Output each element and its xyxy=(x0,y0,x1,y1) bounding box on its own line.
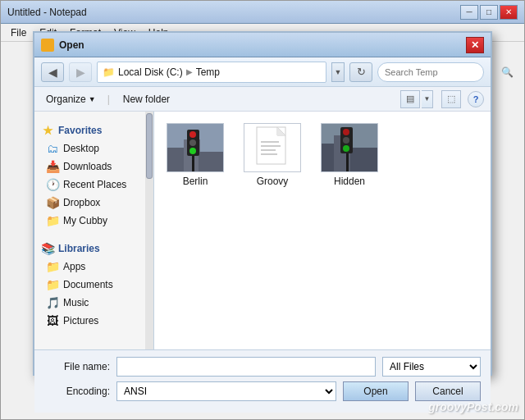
dialog-title: Open xyxy=(59,39,466,51)
star-icon: ★ xyxy=(41,124,54,137)
back-button[interactable]: ◀ xyxy=(41,62,64,82)
folder-icon: 🗂 xyxy=(46,142,59,155)
filename-label: File name: xyxy=(44,361,110,372)
groovy-label: Groovy xyxy=(257,176,289,187)
sidebar-apps-label: Apps xyxy=(63,261,85,272)
file-area: Berlin xyxy=(154,112,491,349)
filename-row: File name: All Files Text Files (*.txt) xyxy=(44,357,481,377)
sidebar-item-music[interactable]: 🎵 Music xyxy=(34,294,145,312)
libraries-section: 📚 Libraries 📁 Apps 📁 Documents 🎵 Music xyxy=(34,233,145,333)
search-box[interactable]: 🔍 xyxy=(377,62,484,82)
sidebar-item-downloads[interactable]: 📥 Downloads xyxy=(34,158,145,176)
sidebar-music-label: Music xyxy=(63,297,89,308)
forward-button[interactable]: ▶ xyxy=(69,62,92,82)
view-dropdown-button[interactable]: ▼ xyxy=(422,90,433,108)
encoding-select[interactable]: ANSI UTF-8 Unicode xyxy=(116,381,336,401)
navigation-toolbar: ◀ ▶ 📁 Local Disk (C:) ▶ Temp ▼ ↻ 🔍 xyxy=(34,57,491,87)
notepad-titlebar: Untitled - Notepad ─ □ ✕ xyxy=(1,1,524,24)
view-icon-button[interactable]: ▤ xyxy=(400,90,420,108)
sidebar-scrollbar[interactable] xyxy=(145,112,153,349)
path-dropdown-button[interactable]: ▼ xyxy=(331,62,345,82)
svg-rect-14 xyxy=(261,145,281,147)
libraries-header: 📚 Libraries xyxy=(34,240,145,258)
favorites-section: ★ Favorites 🗂 Desktop 📥 Downloads 🕐 Rece… xyxy=(34,115,145,233)
organize-button[interactable]: Organize ▼ xyxy=(41,91,101,107)
berlin-thumbnail xyxy=(167,123,224,172)
maximize-button[interactable]: □ xyxy=(480,5,498,20)
filetype-select[interactable]: All Files Text Files (*.txt) xyxy=(382,357,481,377)
preview-button[interactable]: ⬚ xyxy=(441,90,461,108)
file-berlin[interactable]: Berlin xyxy=(162,120,228,190)
dialog-footer: File name: All Files Text Files (*.txt) … xyxy=(34,349,491,413)
minimize-button[interactable]: ─ xyxy=(460,5,478,20)
folder-icon: 📁 xyxy=(103,66,115,78)
hidden-thumbnail xyxy=(321,123,378,172)
favorites-header: ★ Favorites xyxy=(34,121,145,139)
folder-icon: 📥 xyxy=(46,160,59,173)
svg-rect-16 xyxy=(261,153,277,155)
close-button[interactable]: ✕ xyxy=(500,5,518,20)
svg-rect-3 xyxy=(199,152,223,172)
sidebar-item-documents[interactable]: 📁 Documents xyxy=(34,276,145,294)
path-folder: Temp xyxy=(196,66,220,78)
new-folder-button[interactable]: New folder xyxy=(116,91,176,107)
dialog-titlebar: Open ✕ xyxy=(34,33,491,57)
sidebar-downloads-label: Downloads xyxy=(63,161,112,172)
recent-icon: 🕐 xyxy=(46,178,59,191)
pictures-icon: 🖼 xyxy=(46,314,59,327)
new-folder-label: New folder xyxy=(123,94,170,105)
dialog-icon xyxy=(41,39,54,52)
refresh-button[interactable]: ↻ xyxy=(349,62,372,82)
sidebar-mycubby-label: My Cubby xyxy=(63,215,107,226)
encoding-row: Encoding: ANSI UTF-8 Unicode Open Cancel xyxy=(44,381,481,401)
sidebar: ★ Favorites 🗂 Desktop 📥 Downloads 🕐 Rece… xyxy=(34,112,145,349)
file-groovy[interactable]: Groovy xyxy=(240,120,305,190)
open-label: Open xyxy=(363,386,387,397)
search-input[interactable] xyxy=(385,67,498,77)
open-dialog: Open ✕ ◀ ▶ 📁 Local Disk (C:) ▶ Temp ▼ ↻ … xyxy=(33,31,492,376)
svg-point-8 xyxy=(189,148,196,154)
file-hidden[interactable]: Hidden xyxy=(317,120,382,190)
sidebar-item-dropbox[interactable]: 📦 Dropbox xyxy=(34,194,145,212)
libraries-label: Libraries xyxy=(58,243,100,254)
path-container[interactable]: 📁 Local Disk (C:) ▶ Temp xyxy=(97,62,326,83)
hidden-label: Hidden xyxy=(334,176,365,187)
svg-point-25 xyxy=(343,145,349,152)
libraries-icon: 📚 xyxy=(41,242,54,255)
scrollbar-thumb[interactable] xyxy=(146,113,153,179)
sidebar-item-mycubby[interactable]: 📁 My Cubby xyxy=(34,212,145,230)
sidebar-item-recent[interactable]: 🕐 Recent Places xyxy=(34,176,145,194)
filename-input[interactable] xyxy=(116,357,376,377)
svg-point-24 xyxy=(343,137,349,144)
berlin-image xyxy=(167,123,223,172)
path-drive: Local Disk (C:) xyxy=(118,66,183,78)
organize-label: Organize xyxy=(46,94,86,105)
search-icon[interactable]: 🔍 xyxy=(501,66,514,78)
toolbar-divider: | xyxy=(107,94,110,105)
dialog-content: ★ Favorites 🗂 Desktop 📥 Downloads 🕐 Rece… xyxy=(34,112,491,349)
notepad-controls: ─ □ ✕ xyxy=(460,5,518,20)
sidebar-recent-label: Recent Places xyxy=(63,179,126,190)
menu-file[interactable]: File xyxy=(4,25,33,40)
svg-rect-20 xyxy=(350,148,377,172)
sidebar-item-pictures[interactable]: 🖼 Pictures xyxy=(34,312,145,330)
hidden-image xyxy=(322,123,377,172)
watermark: groovyPost.com xyxy=(428,400,518,413)
favorites-label: Favorites xyxy=(58,125,102,136)
open-button[interactable]: Open xyxy=(343,381,409,401)
cancel-button[interactable]: Cancel xyxy=(415,381,481,401)
folder-icon: 📁 xyxy=(46,278,59,291)
sidebar-item-apps[interactable]: 📁 Apps xyxy=(34,258,145,276)
sidebar-item-desktop[interactable]: 🗂 Desktop xyxy=(34,139,145,158)
cancel-label: Cancel xyxy=(432,386,463,397)
organize-dropdown-icon: ▼ xyxy=(89,95,96,103)
groovy-image xyxy=(244,123,300,172)
dialog-close-button[interactable]: ✕ xyxy=(466,37,484,53)
notepad-title: Untitled - Notepad xyxy=(7,7,460,18)
groovy-thumbnail xyxy=(244,123,301,172)
music-icon: 🎵 xyxy=(46,296,59,309)
sidebar-dropbox-label: Dropbox xyxy=(63,197,100,208)
view-controls: ▤ ▼ xyxy=(400,90,433,108)
help-button[interactable]: ? xyxy=(468,91,484,107)
path-separator: ▶ xyxy=(186,67,193,76)
